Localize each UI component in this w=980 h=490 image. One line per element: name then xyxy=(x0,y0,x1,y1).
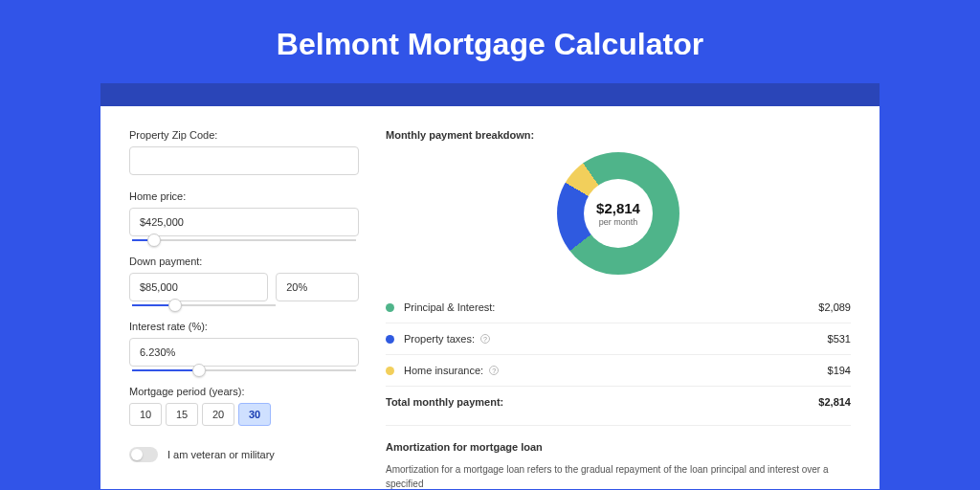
field-period: Mortgage period (years): 10152030 xyxy=(129,386,359,426)
amortization-text: Amortization for a mortgage loan refers … xyxy=(386,462,851,490)
field-down-payment: Down payment: xyxy=(129,256,359,301)
legend: Principal & Interest:$2,089Property taxe… xyxy=(386,292,851,386)
field-zip: Property Zip Code: xyxy=(129,129,359,175)
donut-amount: $2,814 xyxy=(596,200,640,216)
legend-dot xyxy=(386,367,394,375)
slider-thumb[interactable] xyxy=(192,364,206,377)
info-icon[interactable]: ? xyxy=(480,334,490,344)
calculator-card: Property Zip Code: Home price: Down paym… xyxy=(100,106,880,489)
interest-rate-input[interactable] xyxy=(129,338,359,367)
interest-rate-slider[interactable] xyxy=(132,369,356,371)
legend-value: $2,089 xyxy=(818,301,851,313)
legend-dot xyxy=(386,335,394,344)
legend-label-text: Principal & Interest: xyxy=(404,301,495,313)
form-panel: Property Zip Code: Home price: Down paym… xyxy=(129,129,359,466)
home-price-label: Home price: xyxy=(129,190,359,202)
legend-value: $194 xyxy=(828,365,851,376)
period-options: 10152030 xyxy=(129,403,359,426)
legend-label: Property taxes:? xyxy=(404,333,828,345)
home-price-input[interactable] xyxy=(129,208,359,236)
breakdown-title: Monthly payment breakdown: xyxy=(386,129,851,141)
zip-input[interactable] xyxy=(129,146,359,175)
down-payment-label: Down payment: xyxy=(129,256,359,267)
legend-dot xyxy=(386,303,394,312)
page-title: Belmont Mortgage Calculator xyxy=(0,0,980,83)
legend-row: Home insurance:?$194 xyxy=(386,355,851,386)
amortization-block: Amortization for mortgage loan Amortizat… xyxy=(386,425,851,490)
field-interest-rate: Interest rate (%): xyxy=(129,321,359,367)
legend-value: $531 xyxy=(828,333,851,345)
total-row: Total monthly payment: $2,814 xyxy=(386,386,851,421)
donut-center: $2,814 per month xyxy=(584,179,653,248)
legend-label-text: Home insurance: xyxy=(404,365,483,376)
veteran-row: I am veteran or military xyxy=(129,447,359,462)
field-home-price: Home price: xyxy=(129,190,359,236)
legend-label: Home insurance:? xyxy=(404,365,828,376)
veteran-toggle[interactable] xyxy=(129,447,158,462)
total-value: $2,814 xyxy=(818,396,851,408)
slider-thumb[interactable] xyxy=(147,234,161,247)
donut-chart: $2,814 per month xyxy=(557,152,679,275)
legend-row: Principal & Interest:$2,089 xyxy=(386,292,851,323)
period-label: Mortgage period (years): xyxy=(129,386,359,397)
legend-label-text: Property taxes: xyxy=(404,333,475,345)
breakdown-panel: Monthly payment breakdown: $2,814 per mo… xyxy=(386,129,851,466)
slider-thumb[interactable] xyxy=(168,299,182,312)
veteran-label: I am veteran or military xyxy=(167,449,275,460)
amortization-title: Amortization for mortgage loan xyxy=(386,441,851,453)
slider-fill xyxy=(132,369,199,371)
period-option-15[interactable]: 15 xyxy=(166,403,198,426)
down-payment-input[interactable] xyxy=(129,273,268,301)
period-option-10[interactable]: 10 xyxy=(129,403,162,426)
legend-row: Property taxes:?$531 xyxy=(386,323,851,355)
info-icon[interactable]: ? xyxy=(489,366,499,375)
legend-label: Principal & Interest: xyxy=(404,301,818,313)
down-payment-slider[interactable] xyxy=(132,304,276,306)
interest-rate-label: Interest rate (%): xyxy=(129,321,359,332)
home-price-slider[interactable] xyxy=(132,239,356,241)
period-option-30[interactable]: 30 xyxy=(238,403,271,426)
down-payment-percent-input[interactable] xyxy=(276,273,359,301)
toggle-knob xyxy=(131,449,143,460)
donut-sub: per month xyxy=(599,217,638,227)
zip-label: Property Zip Code: xyxy=(129,129,359,141)
donut-chart-wrap: $2,814 per month xyxy=(386,152,851,275)
total-label: Total monthly payment: xyxy=(386,396,818,408)
period-option-20[interactable]: 20 xyxy=(202,403,234,426)
header-banner xyxy=(100,83,880,106)
